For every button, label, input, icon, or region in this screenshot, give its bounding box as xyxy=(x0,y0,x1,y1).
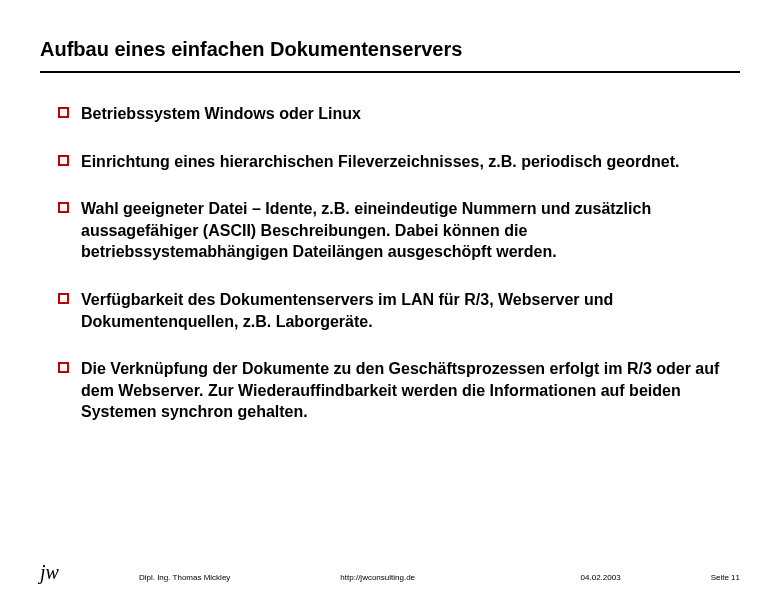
footer-page: Seite 11 xyxy=(711,573,740,582)
list-item: Wahl geeigneter Datei – Idente, z.B. ein… xyxy=(58,198,736,263)
square-bullet-icon xyxy=(58,293,69,304)
list-item: Die Verknüpfung der Dokumente zu den Ges… xyxy=(58,358,736,423)
bullet-text: Wahl geeigneter Datei – Idente, z.B. ein… xyxy=(81,198,736,263)
slide: Aufbau eines einfachen Dokumentenservers… xyxy=(0,0,780,600)
bullet-text: Einrichtung eines hierarchischen Filever… xyxy=(81,151,679,173)
list-item: Einrichtung eines hierarchischen Filever… xyxy=(58,151,736,173)
list-item: Verfügbarkeit des Dokumentenservers im L… xyxy=(58,289,736,332)
square-bullet-icon xyxy=(58,202,69,213)
bullet-text: Verfügbarkeit des Dokumentenservers im L… xyxy=(81,289,736,332)
logo: jw xyxy=(40,562,59,582)
square-bullet-icon xyxy=(58,107,69,118)
footer: jw Dipl. Ing. Thomas Mickley http://jwco… xyxy=(0,562,780,582)
square-bullet-icon xyxy=(58,155,69,166)
bullet-text: Die Verknüpfung der Dokumente zu den Ges… xyxy=(81,358,736,423)
footer-author: Dipl. Ing. Thomas Mickley xyxy=(139,573,230,582)
content-area: Betriebssystem Windows oder Linux Einric… xyxy=(40,103,740,580)
square-bullet-icon xyxy=(58,362,69,373)
footer-date: 04.02.2003 xyxy=(581,573,711,582)
footer-url: http://jwconsulting.de xyxy=(230,573,580,582)
slide-title: Aufbau eines einfachen Dokumentenservers xyxy=(40,38,740,61)
list-item: Betriebssystem Windows oder Linux xyxy=(58,103,736,125)
title-divider xyxy=(40,71,740,73)
bullet-text: Betriebssystem Windows oder Linux xyxy=(81,103,361,125)
